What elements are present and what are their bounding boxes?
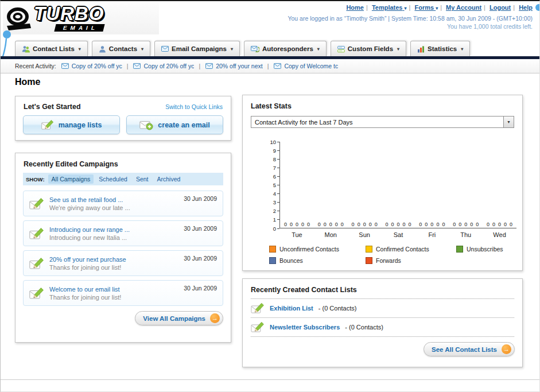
chart-group-wed: 00000Wed bbox=[483, 222, 516, 228]
header-right: Home| Templates ▾| Forms ▾| My Account| … bbox=[288, 4, 533, 30]
recent-activity-link[interactable]: Copy of Welcome tc bbox=[284, 63, 338, 69]
chart-y-axis: 109876543210 bbox=[266, 142, 279, 228]
latest-stats-panel: Latest Stats Contact Activity for the La… bbox=[242, 95, 523, 271]
contact-list-detail: - (0 Contacts) bbox=[345, 324, 383, 331]
recent-activity-item: Copy of 20% off yc | bbox=[61, 63, 129, 69]
recent-activity-link[interactable]: Copy of 20% off yc bbox=[72, 63, 122, 69]
nav-tab-custom-fields[interactable]: Custom Fields ▾ bbox=[331, 41, 406, 56]
campaign-row[interactable]: Welcome to our email list Thanks for joi… bbox=[23, 280, 223, 306]
campaign-filter-bar: SHOW: All Campaigns Scheduled Sent Archi… bbox=[23, 173, 223, 185]
arrow-right-icon: → bbox=[210, 313, 220, 323]
contacts-icon bbox=[99, 45, 106, 53]
nav-tab-autoresponders[interactable]: Autoresponders ▾ bbox=[244, 41, 327, 56]
legend-item: Unsubscribes bbox=[456, 246, 522, 253]
recent-activity-item: 20% off your next | bbox=[205, 63, 269, 69]
new-email-icon bbox=[139, 120, 153, 130]
stats-period-value: Contact Activity for the Last 7 Days bbox=[251, 119, 503, 126]
show-label: SHOW: bbox=[26, 176, 45, 183]
chevron-down-icon: ▾ bbox=[436, 6, 438, 11]
edit-list-icon bbox=[251, 321, 265, 333]
view-all-campaigns-button[interactable]: View All Campaigns → bbox=[135, 311, 223, 325]
switch-quick-links-link[interactable]: Switch to Quick Links bbox=[165, 103, 223, 110]
legend-item: Bounces bbox=[269, 257, 366, 264]
campaign-title-link[interactable]: See us at the retail food ... bbox=[49, 196, 130, 203]
chart-group-sat: 00000Sat bbox=[382, 222, 415, 228]
see-all-contact-lists-button[interactable]: See All Contact Lists → bbox=[424, 342, 515, 356]
legend-item: Forwards bbox=[366, 257, 456, 264]
chart-group-mon: 00000Mon bbox=[314, 222, 348, 228]
arrow-right-icon: → bbox=[502, 344, 511, 354]
edit-list-icon bbox=[251, 302, 265, 314]
email-icon bbox=[61, 63, 69, 69]
top-link-home[interactable]: Home bbox=[346, 4, 364, 11]
filter-sent[interactable]: Sent bbox=[133, 174, 152, 184]
stats-period-select[interactable]: Contact Activity for the Last 7 Days ▼ bbox=[251, 116, 514, 128]
footer-divider bbox=[1, 379, 539, 380]
contact-list-row[interactable]: Newsletter Subscribers - (0 Contacts) bbox=[243, 318, 522, 336]
stats-panel-title: Latest Stats bbox=[243, 95, 522, 115]
recent-activity-item: Copy of 20% off yc | bbox=[133, 63, 200, 69]
campaign-row[interactable]: See us at the retail food ... We're givi… bbox=[23, 191, 223, 216]
nav-tab-contact-lists[interactable]: Contact Lists ▾ bbox=[15, 41, 88, 56]
chart-group-fri: 00000Fri bbox=[415, 222, 449, 228]
contact-lists-icon bbox=[22, 45, 30, 53]
custom-fields-icon bbox=[337, 45, 345, 53]
campaign-date: 30 Jun 2009 bbox=[184, 225, 217, 232]
contact-list-detail: - (0 Contacts) bbox=[318, 305, 357, 312]
campaign-row[interactable]: Introducing our new range ... Introducin… bbox=[23, 220, 223, 246]
campaign-title-link[interactable]: Welcome to our email list bbox=[49, 286, 121, 293]
nav-tab-contacts[interactable]: Contacts ▾ bbox=[92, 41, 150, 56]
logo-text-main: TURBO bbox=[34, 4, 104, 24]
select-dropdown-icon: ▼ bbox=[503, 117, 514, 127]
nav-tab-email-campaigns[interactable]: Email Campaigns ▾ bbox=[154, 41, 240, 56]
contact-activity-chart: 109876543210 00000Tue00000Mon00000Sun000… bbox=[266, 142, 516, 228]
app-window: TURBO EMAIL Home| Templates ▾| Forms ▾| … bbox=[0, 0, 540, 392]
contact-lists-panel-title: Recently Created Contact Lists bbox=[243, 279, 522, 298]
top-link-help[interactable]: Help bbox=[519, 4, 533, 11]
autoresponders-icon bbox=[251, 45, 259, 53]
top-link-logout[interactable]: Logout bbox=[490, 4, 511, 11]
edit-campaign-icon bbox=[29, 227, 44, 240]
recent-activity-link[interactable]: 20% off your next bbox=[216, 63, 263, 69]
chart-legend: Unconfirmed ContactsConfirmed ContactsUn… bbox=[269, 246, 522, 264]
legend-item: Confirmed Contacts bbox=[366, 246, 456, 253]
create-email-button[interactable]: create an email bbox=[126, 115, 223, 134]
chart-groups: 00000Tue00000Mon00000Sun00000Sat00000Fri… bbox=[280, 142, 516, 228]
contact-list-row[interactable]: Exhibition List - (0 Contacts) bbox=[243, 299, 522, 317]
statistics-icon bbox=[417, 45, 425, 53]
email-icon bbox=[274, 63, 281, 69]
logo-swirl-icon bbox=[4, 5, 33, 32]
recent-activity-bar: Recent Activity: Copy of 20% off yc | Co… bbox=[1, 59, 540, 73]
chevron-down-icon: ▾ bbox=[397, 46, 399, 52]
campaign-subtitle: Thanks for joining our list! bbox=[49, 264, 126, 271]
campaigns-panel-title: Recently Edited Campaigns bbox=[15, 153, 231, 173]
campaign-title-link[interactable]: Introducing our new range ... bbox=[49, 226, 130, 233]
campaign-row[interactable]: 20% off your next purchase Thanks for jo… bbox=[23, 250, 223, 276]
nav-tab-statistics[interactable]: Statistics ▾ bbox=[410, 41, 470, 56]
edit-campaign-icon bbox=[29, 287, 44, 300]
recent-activity-link[interactable]: Copy of 20% off yc bbox=[143, 63, 194, 69]
top-link-forms[interactable]: Forms ▾ bbox=[414, 4, 438, 11]
campaign-list: See us at the retail food ... We're givi… bbox=[15, 185, 231, 306]
campaign-title-link[interactable]: 20% off your next purchase bbox=[49, 256, 126, 263]
page-title: Home bbox=[15, 77, 40, 87]
campaign-date: 30 Jun 2009 bbox=[184, 255, 217, 262]
credits-info: You have 1,000 total credits left. bbox=[288, 23, 533, 30]
chevron-down-icon: ▾ bbox=[79, 46, 81, 52]
edit-campaign-icon bbox=[29, 197, 44, 210]
decorative-dot bbox=[535, 4, 540, 11]
manage-lists-button[interactable]: manage lists bbox=[23, 115, 120, 134]
filter-all-campaigns[interactable]: All Campaigns bbox=[48, 174, 94, 184]
app-logo[interactable]: TURBO EMAIL bbox=[3, 3, 159, 34]
filter-archived[interactable]: Archived bbox=[153, 174, 184, 184]
legend-item: Unconfirmed Contacts bbox=[269, 246, 366, 253]
contact-list-link[interactable]: Exhibition List bbox=[270, 305, 313, 312]
logo-text-sub: EMAIL bbox=[55, 24, 105, 32]
campaign-subtitle: Thanks for joining our list! bbox=[49, 294, 121, 301]
top-link-templates[interactable]: Templates ▾ bbox=[372, 4, 407, 11]
top-link-my-account[interactable]: My Account bbox=[446, 4, 481, 11]
contact-list-link[interactable]: Newsletter Subscribers bbox=[270, 324, 340, 331]
chevron-down-icon: ▾ bbox=[231, 46, 233, 52]
filter-scheduled[interactable]: Scheduled bbox=[95, 174, 131, 184]
edit-list-icon bbox=[41, 119, 54, 130]
